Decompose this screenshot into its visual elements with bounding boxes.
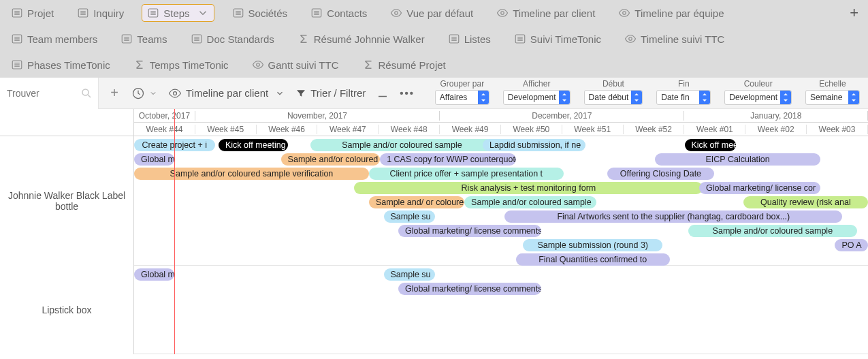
eye-icon xyxy=(252,59,264,71)
week-header: Week #44 xyxy=(134,125,195,134)
select-value: Date fin xyxy=(661,93,689,102)
sort-filter-button[interactable]: Trier / Filtrer xyxy=(295,87,366,99)
gantt-bar[interactable]: Kick off meeting xyxy=(219,139,288,151)
week-header: Week #52 xyxy=(624,125,685,134)
select-echelle[interactable]: Semaine xyxy=(805,90,860,105)
sigma-icon xyxy=(362,59,374,71)
tab-r-sum-projet[interactable]: Résumé Projet xyxy=(357,56,451,74)
tab-label: Steps xyxy=(163,7,189,19)
week-header: Week #46 xyxy=(257,125,318,134)
gantt-bar[interactable]: Global marketing/ license cor xyxy=(699,182,820,194)
tab-r-sum-johnnie-walker[interactable]: Résumé Johnnie Walker xyxy=(292,30,430,48)
tab-listes[interactable]: Listes xyxy=(443,30,496,48)
list-icon xyxy=(448,33,460,45)
tab-inquiry[interactable]: Inquiry xyxy=(71,4,129,22)
eye-icon xyxy=(496,7,509,19)
gantt-bar[interactable]: Sample submission (round 3) xyxy=(523,239,662,251)
select-label: Echelle xyxy=(819,79,846,89)
gantt-bar[interactable]: Sample and/or coloured sample xyxy=(688,225,857,237)
gantt-bar[interactable]: Client price offer + sample presentation… xyxy=(369,168,564,180)
tab-label: Résumé Johnnie Walker xyxy=(314,33,425,45)
week-header: Week #45 xyxy=(195,125,257,134)
lane-label[interactable]: Johnnie Walker Black Label bottle xyxy=(0,136,134,266)
gantt-bar[interactable]: Sample and/or coloured sample xyxy=(464,196,596,208)
tab-projet[interactable]: Projet xyxy=(5,4,59,22)
lane-label[interactable]: Lipstick box xyxy=(0,266,134,354)
tab-soci-t-s[interactable]: Sociétés xyxy=(227,4,293,22)
tab-timeline-suivi-ttc[interactable]: Timeline suivi TTC xyxy=(619,30,730,48)
gantt-bar[interactable]: Global marketing/ license comments xyxy=(398,283,541,295)
tab-steps[interactable]: Steps xyxy=(142,4,214,22)
tab-phases-timetonic[interactable]: Phases TimeTonic xyxy=(5,56,116,74)
tab-label: Suivi TimeTonic xyxy=(530,33,601,45)
search-box[interactable] xyxy=(0,78,99,109)
tab-label: Timeline par client xyxy=(513,7,595,19)
gantt-bar[interactable]: Final Quantities confirmed to xyxy=(516,253,670,266)
gantt-bar[interactable]: Sample and/ or coloured san xyxy=(369,196,464,208)
tab-label: Listes xyxy=(464,33,491,45)
select-afficher[interactable]: Development xyxy=(503,90,570,105)
tab-timeline-par-client[interactable]: Timeline par client xyxy=(491,4,600,22)
eye-icon xyxy=(390,7,402,19)
week-header: Week #02 xyxy=(745,125,807,134)
download-button[interactable] xyxy=(376,87,389,99)
add-view-button[interactable]: + xyxy=(846,4,863,22)
gantt-bar[interactable]: Offering Closing Date xyxy=(607,168,713,180)
tab-label: Timeline suivi TTC xyxy=(641,33,724,45)
more-menu-button[interactable]: ••• xyxy=(400,87,415,99)
list-icon xyxy=(514,33,526,45)
time-picker-button[interactable] xyxy=(131,87,157,100)
gantt-bar[interactable]: Sample su xyxy=(384,268,435,281)
tab-suivi-timetonic[interactable]: Suivi TimeTonic xyxy=(509,30,607,48)
sort-filter-label: Trier / Filtrer xyxy=(310,87,366,99)
list-icon xyxy=(191,33,203,45)
gantt-bar[interactable]: Sample su xyxy=(384,210,435,223)
gantt-bar[interactable]: Quality review (risk anal xyxy=(743,196,868,208)
gantt-bar[interactable]: Kick off mee xyxy=(685,139,736,151)
lane-body[interactable]: Create project + iKick off meetingSample… xyxy=(134,136,868,266)
week-header: Week #49 xyxy=(440,125,501,134)
select-couleur[interactable]: Development xyxy=(724,90,792,105)
gantt-bar[interactable]: Global marketing/ license comments xyxy=(398,225,541,237)
tab-contacts[interactable]: Contacts xyxy=(305,4,372,22)
tab-timeline-par-quipe[interactable]: Timeline par équipe xyxy=(613,4,729,22)
gantt-bar[interactable]: Global ma xyxy=(134,153,174,166)
gantt-bar[interactable]: Final Artworks sent to the supplier (han… xyxy=(504,210,842,223)
tab-teams[interactable]: Teams xyxy=(115,30,172,48)
sigma-icon xyxy=(133,59,146,71)
tab-temps-timetonic[interactable]: Temps TimeTonic xyxy=(128,56,234,74)
svg-point-22 xyxy=(623,12,626,15)
gantt-bar[interactable]: Sample and/or coloured sample verificati… xyxy=(134,168,369,180)
sigma-icon xyxy=(298,33,310,45)
select-value: Semaine xyxy=(810,93,842,102)
gantt-bar[interactable]: Sample and/or coloured sample xyxy=(310,139,494,151)
tab-label: Vue par défaut xyxy=(406,7,473,19)
gantt-bar[interactable]: EICP Calculation xyxy=(655,153,820,166)
tab-label: Temps TimeTonic xyxy=(150,59,229,71)
gantt-bar[interactable]: Lapdid submission, if ne xyxy=(483,139,585,151)
add-record-button[interactable]: + xyxy=(108,87,120,99)
tab-team-members[interactable]: Team members xyxy=(5,30,103,48)
tab-doc-standards[interactable]: Doc Standards xyxy=(185,30,280,48)
select-grouper-par[interactable]: Affaires xyxy=(435,90,489,105)
select-arrow-icon xyxy=(699,91,710,104)
gantt-bar[interactable]: PO A xyxy=(835,239,868,251)
select-d-but[interactable]: Date début xyxy=(584,90,643,105)
gantt-timeline: Johnnie Walker Black Label bottleLipstic… xyxy=(0,109,868,354)
gantt-bar[interactable]: 1 CAS copy for WWP counterquote xyxy=(380,153,515,166)
week-header: Week #48 xyxy=(379,125,440,134)
select-label: Grouper par xyxy=(440,79,484,89)
list-icon xyxy=(11,7,23,19)
tab-gantt-suivi-ttc[interactable]: Gantt suivi TTC xyxy=(246,56,344,74)
select-value: Affaires xyxy=(440,93,467,102)
tab-label: Inquiry xyxy=(93,7,124,19)
view-selector[interactable]: Timeline par client xyxy=(168,87,285,100)
gantt-bar[interactable]: Global ma xyxy=(134,268,174,281)
lane-body[interactable]: Global maSample suGlobal marketing/ lice… xyxy=(134,266,868,354)
select-fin[interactable]: Date fin xyxy=(656,90,711,105)
gantt-bar[interactable]: Sample and/or coloured xyxy=(281,153,381,166)
tab-vue-par-d-faut[interactable]: Vue par défaut xyxy=(385,4,479,22)
gantt-bar[interactable]: Risk analysis + test monitoring form xyxy=(354,182,703,194)
month-header: January, 2018 xyxy=(684,111,868,121)
search-input[interactable] xyxy=(5,87,80,99)
